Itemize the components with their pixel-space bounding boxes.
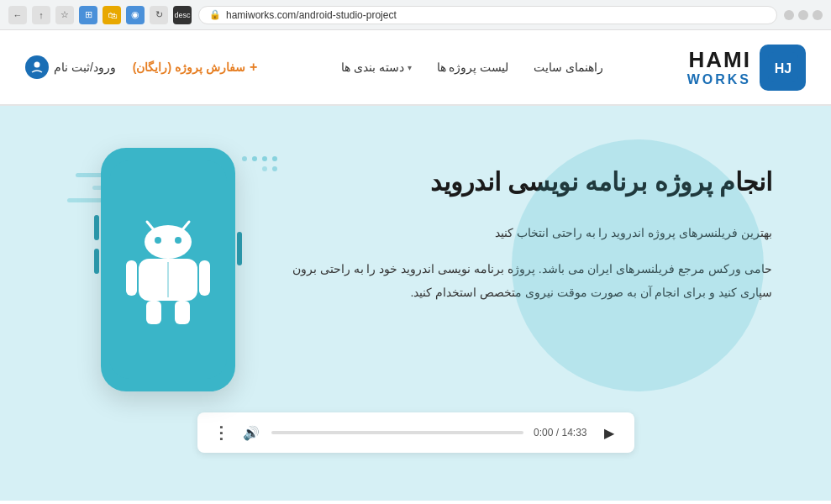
login-label: ورود/ثبت نام xyxy=(54,60,116,74)
browser-dots xyxy=(784,10,823,20)
logo-works: WORKS xyxy=(687,72,751,87)
volume-button[interactable]: 🔊 xyxy=(241,423,261,443)
nav-item-guide[interactable]: راهنمای سایت xyxy=(534,60,603,75)
navbar: HJ HAMI WORKS راهنمای سایت لیست پروژه ها… xyxy=(0,30,831,106)
url-text: hamiworks.com/android-studio-project xyxy=(226,9,397,21)
browser-icons: ← ↑ ☆ ⊞ 🛍 ◉ ↻ desc xyxy=(8,6,192,24)
svg-point-2 xyxy=(34,62,40,68)
hero-section: انجام پروژه برنامه نویسی اندروید بهترین … xyxy=(0,106,831,501)
chevron-down-icon: ▾ xyxy=(408,63,412,72)
phone-btn-vol-down xyxy=(94,249,99,274)
svg-point-5 xyxy=(145,225,192,259)
more-options-button[interactable]: ⋮ xyxy=(211,423,231,443)
svg-rect-11 xyxy=(146,301,161,324)
login-button[interactable]: ورود/ثبت نام xyxy=(25,55,116,79)
browser-back-icon[interactable]: ← xyxy=(8,6,27,24)
browser-share-icon[interactable]: ↑ xyxy=(32,6,50,24)
nav-link-projects[interactable]: لیست پروژه ها xyxy=(437,60,509,74)
nav-categories-label: دسته بندی ها xyxy=(341,60,404,74)
progress-track[interactable] xyxy=(271,431,524,434)
browser-chrome: 🔒 hamiworks.com/android-studio-project ←… xyxy=(0,0,831,30)
address-bar[interactable]: 🔒 hamiworks.com/android-studio-project xyxy=(198,6,777,24)
nav-item-categories[interactable]: ▾ دسته بندی ها xyxy=(341,60,412,74)
logo-text: HAMI WORKS xyxy=(687,48,751,87)
plus-icon: + xyxy=(250,60,257,75)
deco-circle xyxy=(512,139,764,391)
order-label: سفارش پروژه (رایگان) xyxy=(133,60,245,74)
browser-cart-icon[interactable]: 🛍 xyxy=(103,6,121,24)
lock-icon: 🔒 xyxy=(209,9,221,20)
svg-text:HJ: HJ xyxy=(774,61,791,76)
logo-area: HJ HAMI WORKS xyxy=(687,45,806,91)
android-robot-svg xyxy=(126,215,210,324)
logo-hami: HAMI xyxy=(687,48,751,72)
phone-illustration xyxy=(50,148,286,391)
svg-point-7 xyxy=(175,237,181,244)
browser-dot-3 xyxy=(784,10,794,20)
svg-rect-9 xyxy=(126,260,137,296)
phone-body xyxy=(101,148,235,391)
svg-rect-10 xyxy=(199,260,210,296)
browser-desc-icon[interactable]: desc xyxy=(173,6,192,24)
browser-refresh-icon[interactable]: ↻ xyxy=(150,6,168,24)
browser-dot-1 xyxy=(813,10,823,20)
browser-star-icon[interactable]: ☆ xyxy=(55,6,74,24)
svg-rect-12 xyxy=(175,301,190,324)
video-time: 0:00 / 14:33 xyxy=(534,427,586,438)
phone-screen xyxy=(109,160,227,379)
browser-profile-icon[interactable]: ◉ xyxy=(126,6,145,24)
nav-right: + سفارش پروژه (رایگان) ورود/ثبت نام xyxy=(25,55,257,79)
nav-item-projects[interactable]: لیست پروژه ها xyxy=(437,60,509,75)
nav-menu: راهنمای سایت لیست پروژه ها ▾ دسته بندی ه… xyxy=(341,60,603,75)
browser-ext-icon[interactable]: ⊞ xyxy=(79,6,97,24)
logo-icon: HJ xyxy=(760,45,806,91)
order-button[interactable]: + سفارش پروژه (رایگان) xyxy=(133,60,257,75)
video-player: ▶ 0:00 / 14:33 🔊 ⋮ xyxy=(197,412,634,453)
nav-dropdown-categories[interactable]: ▾ دسته بندی ها xyxy=(341,60,412,74)
play-button[interactable]: ▶ xyxy=(597,421,621,444)
phone-btn-power xyxy=(237,232,242,265)
svg-point-6 xyxy=(155,237,161,244)
user-icon xyxy=(25,55,49,79)
browser-dot-2 xyxy=(798,10,808,20)
phone-btn-vol-up xyxy=(94,215,99,240)
nav-link-guide[interactable]: راهنمای سایت xyxy=(534,60,603,74)
